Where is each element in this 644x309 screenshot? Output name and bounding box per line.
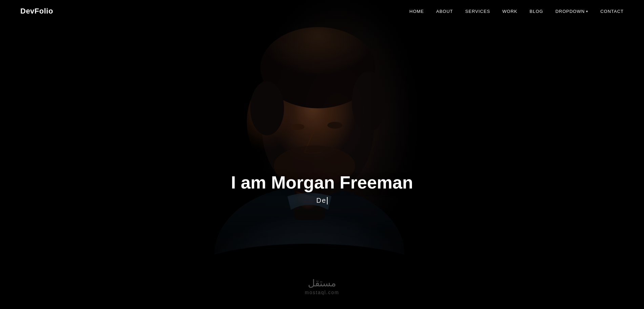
hero-title: I am Morgan Freeman [231,172,413,193]
watermark-arabic: مستقل [305,278,339,289]
svg-point-6 [352,71,386,132]
nav-item-contact[interactable]: CONTACT [600,8,624,14]
nav-item-blog[interactable]: BLOG [529,8,543,14]
cursor-blink [327,197,328,204]
svg-point-8 [291,124,304,130]
hero-content: I am Morgan Freeman De [231,172,413,205]
nav-item-dropdown[interactable]: Dropdown ▾ [555,9,588,14]
hero-subtitle-text: De [316,197,327,204]
nav-link-about[interactable]: ABOUT [436,9,453,14]
nav-link-contact[interactable]: CONTACT [600,9,624,14]
svg-point-5 [250,81,284,135]
nav-link-dropdown[interactable]: Dropdown ▾ [555,9,588,14]
hero-portrait [182,0,436,278]
watermark-latin: mostaql.com [305,290,339,295]
nav-brand[interactable]: DevFolio [20,7,53,16]
nav-item-about[interactable]: ABOUT [436,8,453,14]
hero-subtitle: De [231,197,413,205]
chevron-down-icon: ▾ [586,9,588,13]
svg-point-7 [327,122,342,129]
nav-link-work[interactable]: WORK [502,9,517,14]
watermark: مستقل mostaql.com [305,278,339,295]
nav-link-blog[interactable]: BLOG [529,9,543,14]
nav-links: HOME ABOUT SERVICES WORK BLOG Dropdown ▾… [410,8,624,14]
nav-item-services[interactable]: SERVICES [465,8,490,14]
navbar: DevFolio HOME ABOUT SERVICES WORK BLOG D… [0,0,644,22]
nav-item-home[interactable]: HOME [410,8,424,14]
hero-section: I am Morgan Freeman De مستقل mostaql.com [0,0,644,309]
nav-item-work[interactable]: WORK [502,8,517,14]
nav-link-services[interactable]: SERVICES [465,9,490,14]
nav-link-home[interactable]: HOME [410,9,424,14]
